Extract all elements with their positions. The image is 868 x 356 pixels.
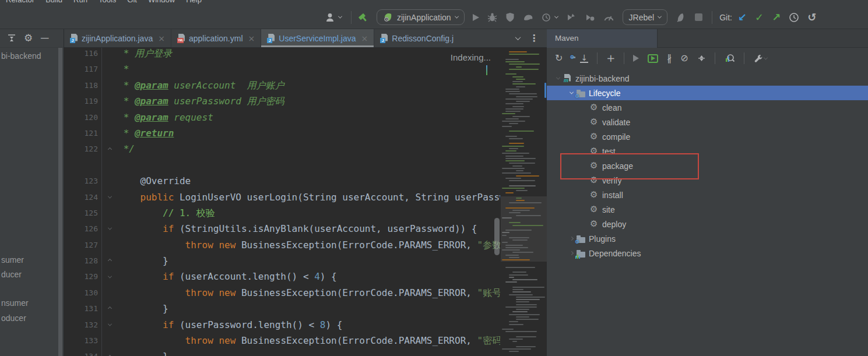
- line-number[interactable]: 121: [64, 125, 101, 141]
- run-button[interactable]: [473, 14, 479, 21]
- editor-tab-redissonconfig-j[interactable]: JRedissonConfig.j: [374, 29, 459, 47]
- maven-tree-item-clean[interactable]: ⚙clean: [547, 100, 868, 115]
- hide-panel-icon[interactable]: —: [40, 34, 49, 43]
- fold-marker-icon[interactable]: [101, 317, 118, 333]
- project-tree-item-truncated[interactable]: nsumer: [1, 298, 29, 308]
- line-number[interactable]: 120: [64, 110, 101, 125]
- git-push-button[interactable]: ↗: [772, 12, 781, 23]
- editor-minimap[interactable]: [501, 48, 547, 356]
- maven-header[interactable]: Maven: [547, 29, 868, 48]
- code-editor[interactable]: 116 * 用户登录117 *118 * @param userAccount …: [64, 48, 547, 356]
- refresh-icon[interactable]: ↻: [555, 54, 563, 63]
- rerun-button[interactable]: [566, 12, 577, 22]
- user-profile-button[interactable]: [325, 12, 342, 23]
- run-configuration-select[interactable]: zijinApplication: [377, 9, 465, 25]
- maven-tree-item-package[interactable]: ⚙package: [547, 158, 868, 173]
- maven-settings-button[interactable]: [753, 54, 767, 64]
- jrebel-run-button[interactable]: [676, 12, 687, 23]
- line-number[interactable]: 128: [64, 253, 101, 269]
- menu-bar[interactable]: RefactorBuildRunToolsGitWindowHelp: [0, 0, 868, 6]
- collapse-panel-icon[interactable]: [7, 34, 16, 43]
- line-number[interactable]: 116: [64, 48, 101, 61]
- tab-close-icon[interactable]: ×: [158, 34, 165, 43]
- fold-marker-icon[interactable]: [101, 221, 118, 237]
- fold-marker-icon[interactable]: [101, 189, 118, 205]
- add-maven-project-icon[interactable]: +: [606, 53, 615, 64]
- tree-chevron-icon[interactable]: [553, 77, 563, 80]
- line-number[interactable]: 117: [64, 61, 101, 77]
- git-commit-button[interactable]: ✓: [755, 12, 764, 23]
- maven-tree-item-verify[interactable]: ⚙verify: [547, 173, 868, 188]
- line-number[interactable]: 124: [64, 189, 101, 205]
- maven-tree-item-lifecycle[interactable]: ⚙Lifecycle: [547, 86, 868, 100]
- line-number[interactable]: 125: [64, 205, 101, 221]
- download-sources-icon[interactable]: ↓: [580, 54, 588, 63]
- git-update-button[interactable]: ↙: [738, 12, 747, 23]
- menu-item-help[interactable]: Help: [186, 0, 202, 5]
- fold-marker-icon[interactable]: [101, 269, 118, 284]
- editor-tab-userserviceimpl-java[interactable]: JUserServiceImpl.java×: [261, 29, 374, 47]
- project-tree-item-truncated[interactable]: ducer: [1, 270, 22, 279]
- menu-item-tools[interactable]: Tools: [99, 0, 116, 5]
- tab-close-icon[interactable]: ×: [361, 34, 368, 43]
- editor-scrollbar[interactable]: [494, 218, 500, 255]
- fold-marker-icon[interactable]: [101, 141, 118, 157]
- fold-marker-icon[interactable]: [101, 253, 118, 269]
- menu-item-git[interactable]: Git: [127, 0, 137, 5]
- maven-tree-item-compile[interactable]: ⚙compile: [547, 129, 868, 144]
- line-number[interactable]: 133: [64, 333, 101, 348]
- jrebel-select[interactable]: JRebel: [623, 9, 668, 25]
- maven-tree-item-deploy[interactable]: ⚙deploy: [547, 217, 868, 231]
- collapse-all-icon[interactable]: [697, 54, 706, 63]
- line-number[interactable]: [64, 157, 101, 173]
- line-number[interactable]: 129: [64, 269, 101, 284]
- fold-marker-icon[interactable]: [101, 348, 118, 356]
- profiler-button[interactable]: [523, 13, 533, 22]
- project-tree[interactable]: bi-backendsumerducernsumeroducer: [0, 48, 64, 356]
- build-button[interactable]: [357, 12, 368, 23]
- line-number[interactable]: 134: [64, 348, 101, 356]
- maven-tree-item-plugins[interactable]: ⚙Plugins: [547, 231, 868, 246]
- tab-close-icon[interactable]: ×: [248, 34, 255, 43]
- line-number[interactable]: 132: [64, 317, 101, 333]
- skip-tests-icon[interactable]: ∦: [667, 54, 672, 63]
- line-number[interactable]: 123: [64, 173, 101, 189]
- line-number[interactable]: 130: [64, 285, 101, 301]
- offline-mode-icon[interactable]: ⊘: [680, 54, 688, 63]
- project-tree-item-truncated[interactable]: sumer: [1, 255, 24, 265]
- rerun-failed-button[interactable]: [585, 12, 595, 22]
- fold-marker-icon[interactable]: [101, 301, 118, 316]
- project-tree-item-truncated[interactable]: oducer: [1, 313, 26, 323]
- tabs-more-options-icon[interactable]: ⋮: [529, 34, 539, 43]
- dependency-analyzer-icon[interactable]: [724, 53, 735, 64]
- menu-item-refactor[interactable]: Refactor: [6, 0, 34, 5]
- tabs-dropdown-icon[interactable]: [515, 34, 521, 40]
- gear-icon[interactable]: ⚙: [24, 33, 33, 43]
- git-history-button[interactable]: [789, 12, 799, 23]
- editor-tab-application-yml[interactable]: YMLapplication.yml×: [171, 29, 261, 47]
- line-number[interactable]: 119: [64, 93, 101, 109]
- maven-tree-item-dependencies[interactable]: Dependencies: [547, 246, 868, 260]
- menu-item-build[interactable]: Build: [45, 0, 62, 5]
- menu-item-window[interactable]: Window: [148, 0, 175, 5]
- run-with-coverage-button[interactable]: [542, 12, 558, 23]
- run-maven-goal-icon[interactable]: [633, 55, 639, 62]
- line-number[interactable]: 127: [64, 237, 101, 253]
- error-stripe-mark[interactable]: [544, 83, 546, 98]
- stop-button[interactable]: [695, 13, 702, 21]
- line-number[interactable]: 131: [64, 301, 101, 316]
- maven-tree-item-validate[interactable]: ⚙validate: [547, 115, 868, 129]
- line-number[interactable]: 122: [64, 141, 101, 157]
- line-number[interactable]: 118: [64, 77, 101, 93]
- execute-maven-goal-icon[interactable]: [648, 54, 658, 63]
- maven-tree-item-test[interactable]: ⚙test: [547, 144, 868, 158]
- line-number[interactable]: 126: [64, 221, 101, 237]
- maven-tree-item-site[interactable]: ⚙site: [547, 202, 868, 217]
- menu-item-run[interactable]: Run: [73, 0, 87, 5]
- coverage-button[interactable]: [505, 12, 515, 22]
- project-tree-item-truncated[interactable]: bi-backend: [1, 51, 41, 61]
- performance-button[interactable]: [603, 13, 614, 22]
- project-scrollbar[interactable]: [58, 48, 62, 356]
- debug-button[interactable]: [487, 12, 497, 22]
- git-rollback-button[interactable]: ↺: [807, 12, 816, 23]
